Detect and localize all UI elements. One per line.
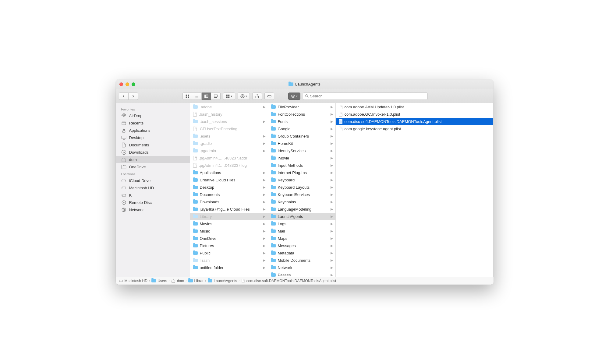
sidebar-item-downloads[interactable]: Downloads — [116, 149, 190, 156]
column-3[interactable]: com.adobe.AAM.Updater-1.0.plistcom.adobe… — [336, 103, 494, 277]
forward-button[interactable] — [129, 93, 138, 100]
path-segment[interactable]: dom — [171, 279, 184, 283]
folder-icon — [271, 164, 276, 167]
list-item[interactable]: Library▶ — [190, 213, 268, 220]
path-segment[interactable]: Users — [151, 279, 167, 283]
list-item[interactable]: IdentityServices▶ — [268, 147, 335, 154]
list-item[interactable]: com.disc-soft.DAEMONTools.DAEMONToolsAge… — [336, 118, 493, 125]
list-item[interactable]: com.google.keystone.agent.plist — [336, 125, 493, 132]
list-item[interactable]: Passes▶ — [268, 271, 335, 277]
tags-button[interactable] — [264, 93, 274, 100]
path-segment[interactable]: com.disc-soft.DAEMONTools.DAEMONToolsAge… — [241, 278, 336, 283]
close-button[interactable] — [119, 82, 123, 86]
sidebar-item-applications[interactable]: Applications — [116, 127, 190, 134]
list-item[interactable]: HomeKit▶ — [268, 140, 335, 147]
path-segment[interactable]: Librar — [188, 279, 204, 283]
list-item[interactable]: Creative Cloud Files▶ — [190, 176, 268, 184]
list-item[interactable]: Trash▶ — [190, 257, 268, 264]
search-field[interactable] — [303, 93, 428, 100]
zoom-button[interactable] — [132, 82, 135, 86]
arrange-button[interactable]: ▾ — [223, 93, 235, 100]
list-item[interactable]: Downloads▶ — [190, 198, 268, 205]
column-view-button[interactable] — [202, 93, 211, 100]
chevron-right-icon: ▶ — [331, 105, 334, 109]
action-button[interactable]: ▾ — [238, 93, 250, 100]
share-button[interactable] — [252, 93, 262, 100]
list-item[interactable]: FontCollections▶ — [268, 110, 335, 118]
column-2[interactable]: FileProvider▶FontCollections▶Fonts▶Googl… — [268, 103, 336, 277]
list-item[interactable]: Applications▶ — [190, 169, 268, 176]
list-item[interactable]: Pictures▶ — [190, 242, 268, 249]
sidebar-item-documents[interactable]: Documents — [116, 141, 190, 149]
privacy-button[interactable]: ▾ — [288, 93, 300, 100]
list-item[interactable]: Keychains▶ — [268, 198, 335, 205]
folder-icon — [193, 135, 198, 138]
list-view-button[interactable] — [192, 93, 202, 100]
list-item[interactable]: .pgAdmin4.1…483237.addr — [190, 154, 268, 162]
sidebar-item-desktop[interactable]: Desktop — [116, 134, 190, 141]
list-item[interactable]: Metadata▶ — [268, 249, 335, 257]
list-item[interactable]: Mobile Documents▶ — [268, 257, 335, 264]
sidebar-item-network[interactable]: Network — [116, 206, 190, 213]
list-item[interactable]: .adobe▶ — [190, 103, 268, 110]
list-item[interactable]: Mail▶ — [268, 227, 335, 235]
list-item[interactable]: Google▶ — [268, 125, 335, 132]
list-item[interactable]: com.adobe.AAM.Updater-1.0.plist — [336, 103, 493, 110]
sidebar-item-recents[interactable]: Recents — [116, 119, 190, 127]
minimize-button[interactable] — [126, 82, 129, 86]
search-input[interactable] — [310, 94, 426, 98]
sidebar-item-k[interactable]: K — [116, 191, 190, 199]
list-item[interactable]: Maps▶ — [268, 235, 335, 242]
airdrop-icon — [121, 113, 126, 118]
list-item[interactable]: LaunchAgents▶ — [268, 213, 335, 220]
list-item[interactable]: Input Methods▶ — [268, 162, 335, 169]
sidebar-item-icloud-drive[interactable]: iCloud Drive — [116, 177, 190, 184]
list-item[interactable]: Fonts▶ — [268, 118, 335, 125]
list-item[interactable]: Keyboard▶ — [268, 176, 335, 184]
path-segment[interactable]: Macintosh HD — [119, 279, 147, 283]
list-item[interactable]: KeyboardServices▶ — [268, 191, 335, 198]
folder-icon — [193, 105, 198, 109]
gallery-view-button[interactable] — [211, 93, 221, 100]
list-item[interactable]: Messages▶ — [268, 242, 335, 249]
list-item[interactable]: iMovie▶ — [268, 154, 335, 162]
sidebar-item-airdrop[interactable]: AirDrop — [116, 112, 190, 119]
list-item[interactable]: untitled folder▶ — [190, 264, 268, 271]
list-item[interactable]: Keyboard Layouts▶ — [268, 184, 335, 191]
list-item[interactable]: .pgadmin▶ — [190, 147, 268, 154]
list-item[interactable]: .bash_history — [190, 110, 268, 118]
sidebar-item-dom[interactable]: dom — [116, 156, 190, 163]
back-button[interactable] — [119, 93, 129, 100]
icon-view-button[interactable] — [182, 93, 192, 100]
list-item[interactable]: Desktop▶ — [190, 184, 268, 191]
sidebar-item-remote-disc[interactable]: Remote Disc — [116, 199, 190, 206]
list-item[interactable]: Movies▶ — [190, 220, 268, 227]
column-1[interactable]: .adobe▶.bash_history.bash_sessions▶.CFUs… — [190, 103, 268, 277]
path-bar: Macintosh HD›Users›dom›Librar›LaunchAgen… — [116, 277, 494, 285]
list-item[interactable]: com.adobe.GC.Invoker-1.0.plist — [336, 110, 493, 118]
path-label: Users — [158, 279, 167, 283]
list-item[interactable]: .gradle▶ — [190, 140, 268, 147]
list-item[interactable]: Internet Plug-Ins▶ — [268, 169, 335, 176]
list-item[interactable]: Documents▶ — [190, 191, 268, 198]
list-item[interactable]: Group Containers▶ — [268, 132, 335, 140]
item-label: Music — [200, 229, 261, 233]
list-item[interactable]: Network▶ — [268, 264, 335, 271]
sidebar-item-macintosh-hd[interactable]: Macintosh HD — [116, 184, 190, 191]
list-item[interactable]: Music▶ — [190, 227, 268, 235]
list-item[interactable]: OneDrive▶ — [190, 235, 268, 242]
traffic-lights — [119, 82, 135, 86]
list-item[interactable]: FileProvider▶ — [268, 103, 335, 110]
sidebar-item-onedrive[interactable]: OneDrive — [116, 163, 190, 170]
list-item[interactable]: .esets▶ — [190, 132, 268, 140]
list-item[interactable]: LanguageModeling▶ — [268, 205, 335, 213]
list-item[interactable]: Public▶ — [190, 249, 268, 257]
path-segment[interactable]: LaunchAgents — [208, 279, 237, 283]
list-item[interactable]: Logs▶ — [268, 220, 335, 227]
list-item[interactable]: .CFUserTextEncoding — [190, 125, 268, 132]
list-item[interactable]: julya4ka7@g…e Cloud Files▶ — [190, 205, 268, 213]
chevron-right-icon: ▶ — [331, 207, 334, 211]
list-item[interactable]: .bash_sessions▶ — [190, 118, 268, 125]
svg-rect-17 — [228, 96, 229, 98]
list-item[interactable]: .pgAdmin4.1…0483237.log — [190, 162, 268, 169]
